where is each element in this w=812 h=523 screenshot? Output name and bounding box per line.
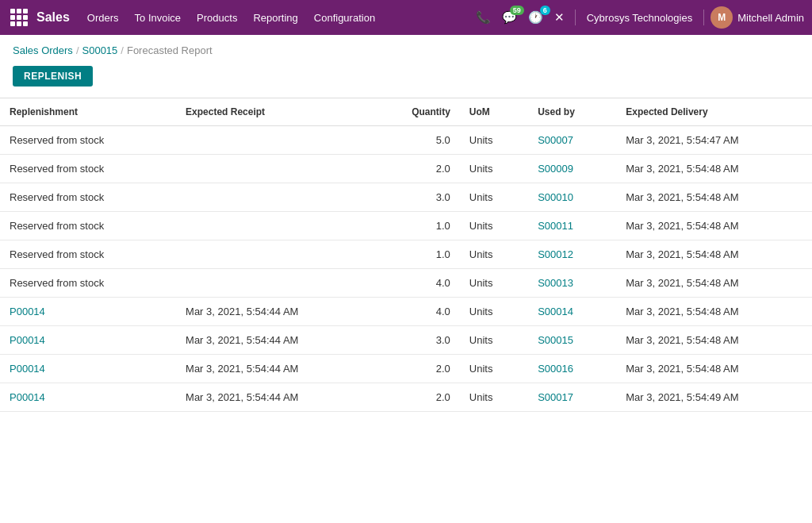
close-button[interactable]: ✕: [550, 9, 569, 26]
company-name[interactable]: Cybrosys Technologies: [582, 12, 697, 24]
cell-expected-receipt: Mar 3, 2021, 5:54:44 AM: [176, 298, 372, 326]
cell-uom: Units: [460, 355, 528, 383]
used-by-link[interactable]: S00011: [538, 220, 573, 232]
cell-quantity: 1.0: [372, 240, 460, 269]
cell-expected-receipt: [176, 240, 372, 269]
cell-quantity: 3.0: [372, 183, 460, 212]
used-by-link[interactable]: S00017: [538, 391, 573, 403]
activity-button[interactable]: 🕐 6: [524, 9, 547, 26]
cell-quantity: 2.0: [372, 383, 460, 412]
replenishment-link[interactable]: P00014: [10, 363, 45, 375]
nav-reporting[interactable]: Reporting: [247, 9, 304, 27]
cell-expected-delivery: Mar 3, 2021, 5:54:48 AM: [616, 240, 812, 269]
cell-used-by[interactable]: S00007: [528, 126, 616, 155]
grid-icon: [10, 9, 28, 26]
cell-quantity: 2.0: [372, 155, 460, 183]
phone-button[interactable]: 📞: [472, 9, 495, 26]
used-by-link[interactable]: S00014: [538, 306, 573, 317]
cell-replenishment: Reserved from stock: [0, 240, 176, 269]
cell-used-by[interactable]: S00014: [528, 298, 616, 326]
cell-used-by[interactable]: S00016: [528, 355, 616, 383]
cell-used-by[interactable]: S00009: [528, 155, 616, 183]
cell-quantity: 3.0: [372, 326, 460, 355]
table-row: P00014Mar 3, 2021, 5:54:44 AM2.0UnitsS00…: [0, 383, 812, 412]
cell-expected-delivery: Mar 3, 2021, 5:54:48 AM: [616, 183, 812, 212]
cell-expected-delivery: Mar 3, 2021, 5:54:48 AM: [616, 269, 812, 298]
replenishment-link[interactable]: P00014: [10, 334, 45, 346]
close-icon: ✕: [554, 10, 565, 25]
messages-button[interactable]: 💬 59: [498, 9, 521, 26]
cell-expected-receipt: Mar 3, 2021, 5:54:44 AM: [176, 383, 372, 412]
phone-icon: 📞: [476, 10, 491, 25]
cell-quantity: 2.0: [372, 355, 460, 383]
replenishment-link[interactable]: P00014: [10, 391, 45, 403]
cell-uom: Units: [460, 183, 528, 212]
nav-configuration[interactable]: Configuration: [308, 9, 381, 27]
replenish-button[interactable]: REPLENISH: [13, 66, 93, 87]
cell-used-by[interactable]: S00011: [528, 212, 616, 240]
cell-replenishment[interactable]: P00014: [0, 298, 176, 326]
cell-quantity: 4.0: [372, 269, 460, 298]
cell-expected-receipt: [176, 155, 372, 183]
cell-uom: Units: [460, 383, 528, 412]
nav-divider2: [703, 10, 704, 25]
user-menu[interactable]: M Mitchell Admin: [710, 6, 804, 29]
breadcrumb-sep2: /: [121, 44, 124, 56]
cell-expected-receipt: [176, 269, 372, 298]
used-by-link[interactable]: S00016: [538, 363, 573, 375]
used-by-link[interactable]: S00009: [538, 163, 573, 175]
used-by-link[interactable]: S00010: [538, 191, 573, 203]
table-row: Reserved from stock4.0UnitsS00013Mar 3, …: [0, 269, 812, 298]
nav-products[interactable]: Products: [190, 9, 243, 27]
nav-to-invoice[interactable]: To Invoice: [128, 9, 188, 27]
cell-expected-receipt: Mar 3, 2021, 5:54:44 AM: [176, 355, 372, 383]
cell-replenishment: Reserved from stock: [0, 155, 176, 183]
cell-replenishment: Reserved from stock: [0, 269, 176, 298]
cell-quantity: 5.0: [372, 126, 460, 155]
breadcrumb-current: Forecasted Report: [127, 44, 213, 56]
cell-expected-receipt: [176, 212, 372, 240]
col-header-quantity: Quantity: [372, 98, 460, 126]
cell-quantity: 4.0: [372, 298, 460, 326]
navbar: Sales Orders To Invoice Products Reporti…: [0, 0, 812, 35]
breadcrumb: Sales Orders / S00015 / Forecasted Repor…: [0, 35, 812, 63]
nav-orders[interactable]: Orders: [81, 9, 125, 27]
used-by-link[interactable]: S00015: [538, 334, 573, 346]
nav-divider: [575, 10, 576, 25]
breadcrumb-s00015[interactable]: S00015: [82, 44, 118, 56]
used-by-link[interactable]: S00013: [538, 277, 573, 289]
table-row: P00014Mar 3, 2021, 5:54:44 AM4.0UnitsS00…: [0, 298, 812, 326]
col-header-expected-receipt: Expected Receipt: [176, 98, 372, 126]
cell-used-by[interactable]: S00017: [528, 383, 616, 412]
replenishment-link[interactable]: P00014: [10, 306, 45, 317]
cell-used-by[interactable]: S00013: [528, 269, 616, 298]
table-body: Reserved from stock5.0UnitsS00007Mar 3, …: [0, 126, 812, 412]
cell-replenishment[interactable]: P00014: [0, 326, 176, 355]
breadcrumb-sep1: /: [76, 44, 79, 56]
cell-replenishment[interactable]: P00014: [0, 383, 176, 412]
cell-replenishment: Reserved from stock: [0, 212, 176, 240]
table-row: P00014Mar 3, 2021, 5:54:44 AM2.0UnitsS00…: [0, 355, 812, 383]
used-by-link[interactable]: S00012: [538, 248, 573, 260]
used-by-link[interactable]: S00007: [538, 134, 573, 146]
col-header-uom: UoM: [460, 98, 528, 126]
cell-used-by[interactable]: S00010: [528, 183, 616, 212]
cell-replenishment[interactable]: P00014: [0, 355, 176, 383]
cell-expected-delivery: Mar 3, 2021, 5:54:48 AM: [616, 155, 812, 183]
app-grid-button[interactable]: [8, 6, 30, 29]
table-row: Reserved from stock2.0UnitsS00009Mar 3, …: [0, 155, 812, 183]
cell-uom: Units: [460, 298, 528, 326]
cell-expected-delivery: Mar 3, 2021, 5:54:49 AM: [616, 383, 812, 412]
table-row: Reserved from stock1.0UnitsS00011Mar 3, …: [0, 212, 812, 240]
cell-uom: Units: [460, 240, 528, 269]
cell-expected-receipt: Mar 3, 2021, 5:54:44 AM: [176, 326, 372, 355]
breadcrumb-sales-orders[interactable]: Sales Orders: [13, 44, 73, 56]
cell-expected-delivery: Mar 3, 2021, 5:54:47 AM: [616, 126, 812, 155]
cell-used-by[interactable]: S00012: [528, 240, 616, 269]
cell-uom: Units: [460, 326, 528, 355]
cell-quantity: 1.0: [372, 212, 460, 240]
cell-expected-delivery: Mar 3, 2021, 5:54:48 AM: [616, 212, 812, 240]
cell-used-by[interactable]: S00015: [528, 326, 616, 355]
col-header-expected-delivery: Expected Delivery: [616, 98, 812, 126]
cell-expected-delivery: Mar 3, 2021, 5:54:48 AM: [616, 326, 812, 355]
